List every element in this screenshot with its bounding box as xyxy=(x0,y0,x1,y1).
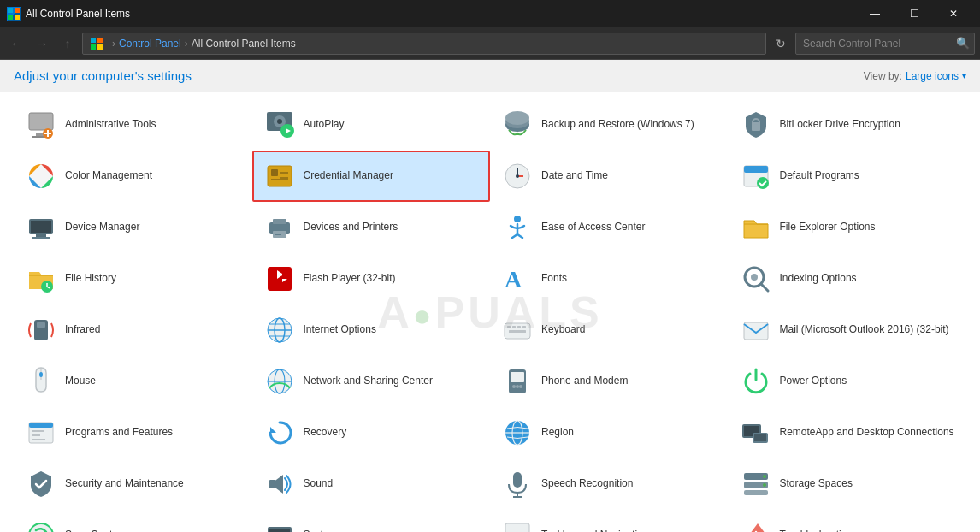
item-sound[interactable]: Sound xyxy=(252,458,491,510)
minimize-button[interactable]: — xyxy=(855,0,894,27)
item-icon-admin-tools xyxy=(24,108,58,142)
item-bitlocker[interactable]: BitLocker Drive Encryption xyxy=(729,99,967,151)
item-infrared[interactable]: Infrared xyxy=(14,304,252,356)
svg-point-30 xyxy=(757,177,769,189)
item-label-phone-modem: Phone and Modem xyxy=(541,375,628,388)
item-fonts[interactable]: AFonts xyxy=(490,253,729,304)
item-icon-file-explorer-opts xyxy=(739,210,773,245)
svg-point-93 xyxy=(763,475,766,478)
svg-point-18 xyxy=(505,111,529,125)
item-label-network-sharing: Network and Sharing Center xyxy=(304,375,433,388)
view-value[interactable]: Large icons xyxy=(906,70,959,82)
item-mail[interactable]: Mail (Microsoft Outlook 2016) (32-bit) xyxy=(729,304,967,356)
item-troubleshooting[interactable]: Troubleshooting xyxy=(729,510,967,532)
svg-rect-98 xyxy=(269,529,290,532)
svg-rect-87 xyxy=(513,472,522,488)
item-icon-power-opts xyxy=(739,364,773,399)
item-network-sharing[interactable]: Network and Sharing Center xyxy=(252,356,491,407)
item-region[interactable]: Region xyxy=(490,407,729,458)
item-devices-printers[interactable]: Devices and Printers xyxy=(252,202,491,253)
item-mouse[interactable]: Mouse xyxy=(14,356,252,407)
item-date-time[interactable]: Date and Time xyxy=(490,151,729,202)
items-area[interactable]: Administrative ToolsAutoPlayBackup and R… xyxy=(0,92,980,532)
item-programs-features[interactable]: Programs and Features xyxy=(14,407,252,458)
item-icon-device-manager xyxy=(24,210,58,245)
item-icon-mail xyxy=(739,313,773,347)
item-icon-troubleshooting xyxy=(739,518,773,532)
item-icon-fonts: A xyxy=(500,262,534,296)
view-by-label: View by: xyxy=(864,70,902,82)
svg-rect-60 xyxy=(509,330,526,333)
item-icon-storage-spaces xyxy=(739,467,773,501)
item-default-programs[interactable]: Default Programs xyxy=(729,151,967,202)
item-ease-access[interactable]: Ease of Access Center xyxy=(490,202,729,253)
item-taskbar-nav[interactable]: Taskbar and Navigation xyxy=(490,510,729,532)
item-credential-mgr[interactable]: Credential Manager xyxy=(252,151,491,202)
item-label-security-maintenance: Security and Maintenance xyxy=(65,477,184,491)
svg-rect-58 xyxy=(517,326,521,328)
search-button[interactable]: 🔍 xyxy=(952,33,974,54)
svg-rect-101 xyxy=(505,523,529,532)
item-admin-tools[interactable]: Administrative Tools xyxy=(14,99,252,151)
item-label-color-mgmt: Color Management xyxy=(65,169,152,183)
maximize-button[interactable]: ☐ xyxy=(894,0,934,27)
item-device-manager[interactable]: Device Manager xyxy=(14,202,252,253)
refresh-button[interactable]: ↻ xyxy=(770,33,792,55)
item-color-mgmt[interactable]: Color Management xyxy=(14,151,252,202)
close-button[interactable]: ✕ xyxy=(934,0,973,27)
svg-point-13 xyxy=(277,119,282,124)
item-icon-sync-center xyxy=(24,518,58,532)
item-icon-network-sharing xyxy=(263,364,297,399)
item-storage-spaces[interactable]: Storage Spaces xyxy=(729,458,967,510)
item-label-devices-printers: Devices and Printers xyxy=(304,221,398,234)
svg-rect-74 xyxy=(32,430,44,432)
breadcrumb-control-panel[interactable]: Control Panel xyxy=(119,38,181,50)
svg-rect-56 xyxy=(507,326,511,328)
item-system[interactable]: System xyxy=(252,510,491,532)
back-button[interactable]: ← xyxy=(5,33,27,55)
item-icon-internet-opts xyxy=(263,313,297,347)
item-power-opts[interactable]: Power Options xyxy=(729,356,967,407)
item-label-backup-restore: Backup and Restore (Windows 7) xyxy=(541,118,694,132)
item-internet-opts[interactable]: Internet Options xyxy=(252,304,491,356)
item-label-region: Region xyxy=(541,426,574,440)
svg-point-47 xyxy=(751,274,758,281)
item-indexing-opts[interactable]: Indexing Options xyxy=(729,253,967,304)
forward-button[interactable]: → xyxy=(31,33,53,55)
item-autoplay[interactable]: AutoPlay xyxy=(252,99,491,151)
item-flash-player[interactable]: Flash Player (32-bit) xyxy=(252,253,491,304)
svg-rect-92 xyxy=(744,490,768,495)
item-icon-date-time xyxy=(500,159,534,193)
item-icon-default-programs xyxy=(739,159,773,193)
svg-marker-77 xyxy=(270,427,276,433)
search-input[interactable] xyxy=(796,38,952,50)
item-speech-recognition[interactable]: Speech Recognition xyxy=(490,458,729,510)
address-bar: ← → ↑ › Control Panel › All Control Pane… xyxy=(0,27,980,60)
svg-rect-68 xyxy=(511,372,524,382)
item-icon-flash-player xyxy=(263,262,297,296)
item-label-recovery: Recovery xyxy=(304,426,347,440)
svg-rect-73 xyxy=(29,423,53,428)
item-icon-system xyxy=(263,518,297,532)
svg-rect-75 xyxy=(32,434,40,436)
item-icon-infrared xyxy=(24,313,58,347)
item-label-date-time: Date and Time xyxy=(541,169,608,183)
svg-rect-2 xyxy=(8,15,13,20)
item-label-autoplay: AutoPlay xyxy=(304,118,345,132)
item-label-device-manager: Device Manager xyxy=(65,221,139,234)
up-button[interactable]: ↑ xyxy=(56,33,79,55)
item-label-infrared: Infrared xyxy=(65,323,100,337)
item-sync-center[interactable]: Sync Center xyxy=(14,510,252,532)
item-label-internet-opts: Internet Options xyxy=(304,323,376,337)
item-file-history[interactable]: File History xyxy=(14,253,252,304)
item-phone-modem[interactable]: Phone and Modem xyxy=(490,356,729,407)
item-security-maintenance[interactable]: Security and Maintenance xyxy=(14,458,252,510)
item-remoteapp[interactable]: RemoteApp and Desktop Connections xyxy=(729,407,967,458)
breadcrumb: › Control Panel › All Control Panel Item… xyxy=(82,33,766,55)
item-label-programs-features: Programs and Features xyxy=(65,426,173,440)
item-backup-restore[interactable]: Backup and Restore (Windows 7) xyxy=(490,99,729,151)
svg-rect-5 xyxy=(97,38,103,43)
item-keyboard[interactable]: Keyboard xyxy=(490,304,729,356)
item-file-explorer-opts[interactable]: File Explorer Options xyxy=(729,202,967,253)
item-recovery[interactable]: Recovery xyxy=(252,407,491,458)
